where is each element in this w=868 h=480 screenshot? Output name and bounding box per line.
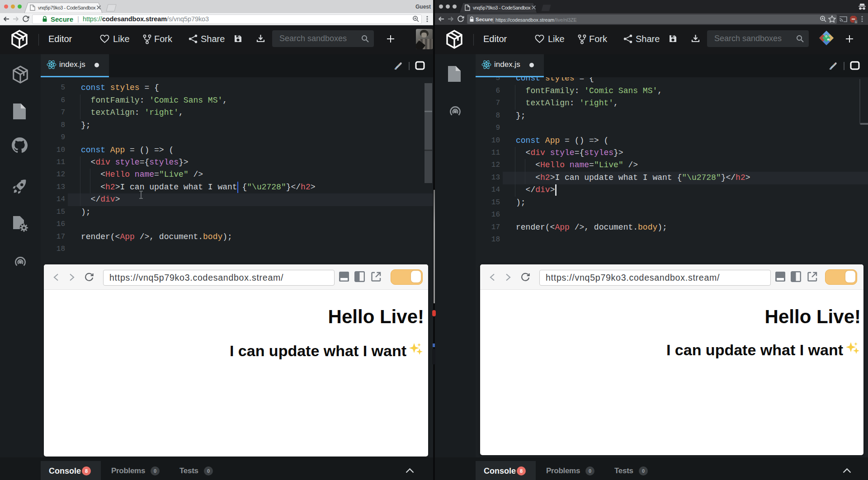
svg-text:1: 1: [855, 20, 857, 24]
